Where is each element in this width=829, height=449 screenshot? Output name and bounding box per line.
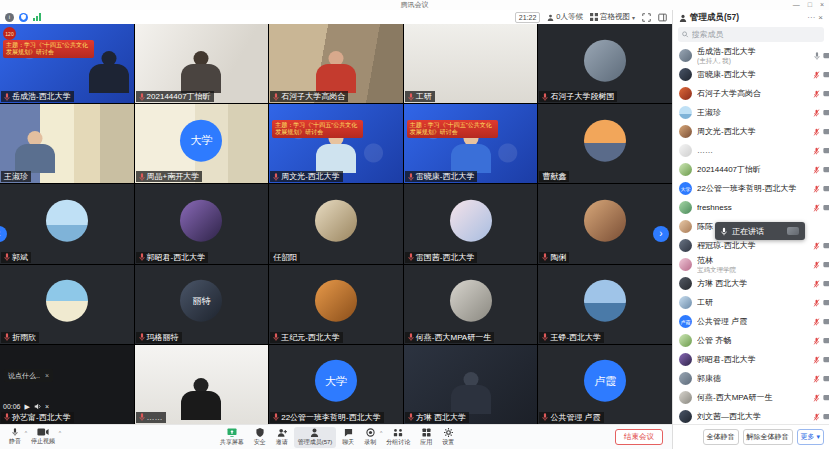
mic-icon: [542, 93, 548, 101]
participant-name-label: 郭斌: [1, 252, 31, 263]
member-row[interactable]: freshness: [673, 198, 829, 217]
mic-icon: [273, 93, 279, 101]
waiting-room-indicator[interactable]: 0人等候: [547, 12, 583, 22]
member-row[interactable]: 202144407丁怡昕: [673, 160, 829, 179]
member-row[interactable]: 岳成浩-西北大学(主持人, 我): [673, 46, 829, 65]
member-row[interactable]: 方琳 西北大学: [673, 274, 829, 293]
next-page-arrow[interactable]: ›: [653, 226, 669, 242]
video-tile[interactable]: 王淑珍: [0, 104, 134, 183]
member-row[interactable]: 工研: [673, 293, 829, 312]
member-search[interactable]: [678, 27, 824, 42]
close-icon[interactable]: ×: [45, 371, 49, 380]
video-tile[interactable]: 折雨欣: [0, 265, 134, 344]
member-row[interactable]: 郭昭君-西北大学: [673, 350, 829, 369]
toolbar-item-settings[interactable]: 设置: [438, 427, 458, 448]
toolbar-item-shield[interactable]: 安全: [250, 427, 270, 448]
end-meeting-button[interactable]: 结束会议: [615, 429, 663, 445]
member-row[interactable]: 周文光-西北大学: [673, 122, 829, 141]
mic-icon: [4, 93, 10, 101]
panel-more-icon[interactable]: ···: [807, 13, 815, 22]
video-tile[interactable]: 大学22公管一班李哲明-西北大学: [269, 345, 403, 424]
member-row[interactable]: 何燕-西大MPA研一生: [673, 388, 829, 407]
mic-muted-icon: [813, 204, 820, 212]
video-tile[interactable]: 主题：学习《“十四五”公共文化发展规划》研讨会雷晓康-西北大学: [404, 104, 538, 183]
video-tile[interactable]: 石河子大学段树国: [538, 24, 672, 103]
participant-name: 工研: [416, 91, 432, 102]
video-tile[interactable]: 郭昭君-西北大学: [135, 184, 269, 263]
mic-muted-icon: [813, 90, 820, 98]
camera-icon: [823, 261, 829, 268]
video-tile[interactable]: 方琳 西北大学: [404, 345, 538, 424]
video-tile[interactable]: 王铮-西北大学: [538, 265, 672, 344]
member-name: 王淑珍: [697, 108, 808, 117]
video-tile[interactable]: ……: [135, 345, 269, 424]
video-tile[interactable]: 工研: [404, 24, 538, 103]
mute-all-button[interactable]: 全体静音: [703, 429, 739, 445]
network-signal-icon: [33, 13, 41, 21]
video-tile[interactable]: 任韶阳: [269, 184, 403, 263]
video-tile[interactable]: 何燕-西大MPA研一生: [404, 265, 538, 344]
video-tile[interactable]: 说点什么..×00:06▶×孙艺甯-西北大学: [0, 345, 134, 424]
close-icon[interactable]: ×: [820, 0, 824, 10]
member-search-input[interactable]: [692, 30, 820, 39]
participant-name-label: 折雨欣: [1, 332, 39, 343]
member-avatar: [679, 68, 692, 81]
member-row[interactable]: 公管 齐畅: [673, 331, 829, 350]
chevron-up-icon[interactable]: ^: [59, 430, 61, 436]
speaking-tooltip: 正在讲话: [715, 222, 805, 240]
video-tile[interactable]: 陶俐: [538, 184, 672, 263]
maximize-icon[interactable]: □: [808, 0, 812, 10]
video-tile[interactable]: 郭斌: [0, 184, 134, 263]
video-tile[interactable]: 卢霞公共管理 卢霞: [538, 345, 672, 424]
participant-name-label: 雷晓康-西北大学: [405, 171, 478, 182]
participant-name: 石河子大学段树国: [550, 91, 614, 102]
camera-icon: [823, 280, 829, 287]
toolbar-item-chat[interactable]: 聊天: [338, 427, 358, 448]
toolbar-item-record[interactable]: 录制^: [360, 427, 380, 448]
video-tile[interactable]: 202144407丁怡昕: [135, 24, 269, 103]
video-tile[interactable]: 120主题：学习《“十四五”公共文化发展规划》研讨会岳成浩-西北大学: [0, 24, 134, 103]
toolbar-item-invite[interactable]: 邀请: [272, 427, 292, 448]
member-row[interactable]: 雷晓康-西北大学: [673, 65, 829, 84]
participant-name-label: 何燕-西大MPA研一生: [405, 332, 494, 343]
participant-name-label: 玛格丽特: [136, 332, 182, 343]
member-name: 郭康德: [697, 374, 808, 383]
toolbar-item-share[interactable]: 共享屏幕: [216, 427, 248, 448]
member-row[interactable]: 郭康德: [673, 369, 829, 388]
member-row[interactable]: ……: [673, 141, 829, 160]
video-tile[interactable]: 石河子大学高岗合: [269, 24, 403, 103]
toolbar-item-camera[interactable]: 停止视频^: [27, 427, 59, 447]
meeting-info-icon[interactable]: i: [5, 13, 14, 22]
member-row[interactable]: 王淑珍: [673, 103, 829, 122]
play-icon[interactable]: ▶: [25, 403, 30, 411]
more-button[interactable]: 更多 ▾: [797, 429, 824, 445]
participant-name-label: 方琳 西北大学: [405, 412, 469, 423]
unmute-all-button[interactable]: 解除全体静音: [743, 429, 793, 445]
video-tile[interactable]: 曹献鑫: [538, 104, 672, 183]
toolbar-item-label: 聊天: [342, 438, 354, 447]
toolbar-item-label: 共享屏幕: [220, 438, 244, 447]
video-tile[interactable]: 主题：学习《“十四五”公共文化发展规划》研讨会周文光-西北大学: [269, 104, 403, 183]
video-tile[interactable]: 丽特玛格丽特: [135, 265, 269, 344]
camera-icon: [823, 109, 829, 116]
member-row[interactable]: 范林宝鸡文理学院: [673, 255, 829, 274]
member-row[interactable]: 石河子大学高岗合: [673, 84, 829, 103]
fullscreen-icon[interactable]: [642, 13, 651, 22]
side-panel-toggle-icon[interactable]: [658, 13, 667, 22]
member-row[interactable]: 刘文茜—西北大学: [673, 407, 829, 424]
member-row[interactable]: 大学22公管一班李哲明-西北大学: [673, 179, 829, 198]
video-tile[interactable]: 大学周晶+南开大学: [135, 104, 269, 183]
panel-close-icon[interactable]: ×: [818, 13, 823, 22]
member-row[interactable]: 卢霞公共管理 卢霞: [673, 312, 829, 331]
video-tile[interactable]: 雷国茜-西北大学: [404, 184, 538, 263]
participant-name-label: 王铮-西北大学: [539, 332, 604, 343]
view-mode-dropdown[interactable]: 宫格视图 ▾: [590, 12, 635, 22]
toolbar-item-breakout[interactable]: 分组讨论: [382, 427, 414, 448]
video-tile[interactable]: 王纪元-西北大学: [269, 265, 403, 344]
toolbar-item-mic[interactable]: 静音^: [5, 427, 25, 447]
close-icon[interactable]: ×: [45, 403, 49, 410]
toolbar-item-apps[interactable]: 应用: [416, 427, 436, 448]
toolbar-item-members[interactable]: 管理成员(57): [294, 427, 337, 448]
meeting-shield-icon[interactable]: [19, 13, 28, 22]
minimize-icon[interactable]: —: [793, 0, 800, 10]
